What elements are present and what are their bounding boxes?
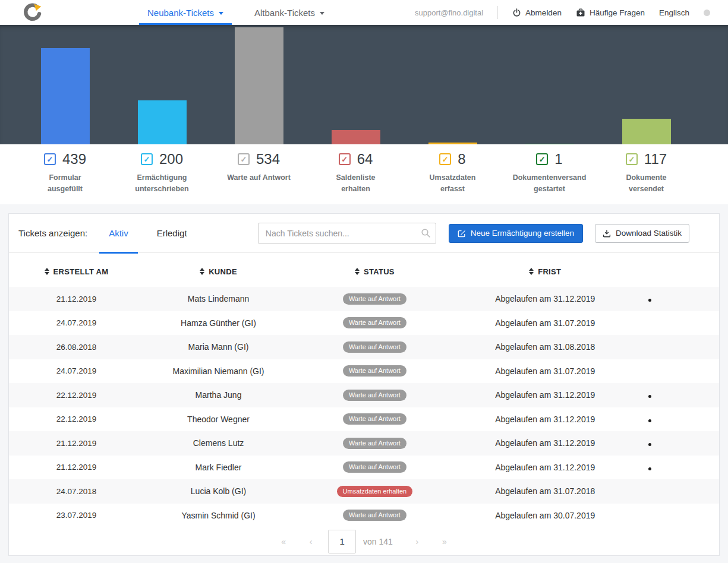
status-badge: Warte auf Antwort [343, 317, 406, 328]
frist-text: Abgelaufen am 31.07.2018 [456, 479, 634, 504]
created-date: 22.12.2019 [9, 383, 144, 407]
stat-label: Saldenlisteerhalten [336, 172, 376, 195]
created-date: 24.07.2019 [9, 311, 144, 336]
created-date: 24.07.2018 [9, 479, 144, 504]
faq-button[interactable]: Häufige Fragen [576, 8, 645, 17]
stat-value: 64 [357, 151, 373, 167]
frist-text: Abgelaufen am 30.07.2019 [456, 504, 634, 528]
tab-aktiv[interactable]: Aktiv [94, 214, 143, 253]
status-badge: Warte auf Antwort [343, 413, 406, 425]
created-date: 23.07.2019 [9, 504, 144, 528]
stat-checkbox-7[interactable]: ✓ [626, 153, 638, 165]
customer-name: Maria Mann (GI) [144, 335, 293, 359]
main-tabs: Neubank-Tickets Altbank-Tickets [132, 0, 340, 25]
sort-header-kunde[interactable]: KUNDE [200, 267, 237, 276]
status-badge: Warte auf Antwort [343, 390, 406, 401]
customer-name: Martha Jung [144, 383, 293, 407]
stat-value: 8 [458, 151, 465, 167]
faq-label: Häufige Fragen [590, 8, 645, 17]
stat-checkbox-5[interactable]: ✓ [439, 153, 451, 165]
sort-header-status[interactable]: STATUS [355, 267, 395, 276]
stat-cell-1: ✓439Formularausgefüllt [17, 150, 114, 195]
customer-name: Clemens Lutz [144, 431, 293, 456]
column-label: STATUS [364, 267, 395, 276]
status-dot [704, 10, 710, 16]
status-badge: Warte auf Antwort [343, 293, 406, 305]
sort-icon [355, 268, 360, 275]
stat-checkbox-2[interactable]: ✓ [141, 153, 153, 165]
sort-header-frist[interactable]: FRIST [529, 267, 561, 276]
download-statistics-button[interactable]: Download Statistik [595, 224, 689, 243]
tab-neubank-tickets[interactable]: Neubank-Tickets [139, 0, 232, 25]
language-button[interactable]: Englisch [659, 8, 689, 17]
ticket-search [258, 223, 436, 244]
table-row[interactable]: 24.07.2018Lucia Kolb (GI)Umsatzdaten erh… [9, 479, 719, 504]
stat-label: Formularausgefüllt [48, 172, 83, 195]
stat-checkbox-4[interactable]: ✓ [339, 153, 351, 165]
table-header-row: ERSTELLT AM KUNDE STATUS FRIST [9, 253, 719, 287]
language-label: Englisch [659, 8, 689, 17]
create-authorization-label: Neue Ermächtigung erstellen [471, 229, 574, 238]
status-badge: Warte auf Antwort [343, 365, 406, 377]
frist-text: Abgelaufen am 31.12.2019 [456, 383, 634, 407]
chart-bars [0, 25, 728, 144]
customer-name: Hamza Günther (GI) [144, 311, 293, 336]
pagination-current-page[interactable]: 1 [328, 530, 356, 553]
created-date: 22.12.2019 [9, 407, 144, 432]
table-row[interactable]: 21.12.2019Clemens LutzWarte auf AntwortA… [9, 431, 719, 456]
table-row[interactable]: 24.07.2019Maximilian Niemann (GI)Warte a… [9, 359, 719, 384]
bar-column [17, 25, 114, 144]
column-label: KUNDE [209, 267, 237, 276]
tab-erledigt[interactable]: Erledigt [143, 214, 201, 253]
column-label: FRIST [538, 267, 561, 276]
stat-checkbox-6[interactable]: ✓ [536, 153, 548, 165]
frist-text: Abgelaufen am 31.07.2019 [456, 311, 634, 336]
table-row[interactable]: 22.12.2019Martha JungWarte auf AntwortAb… [9, 383, 719, 407]
sort-icon [200, 268, 204, 275]
unread-indicator-dot [648, 395, 651, 398]
bar-column [404, 25, 501, 144]
customer-name: Mark Fiedler [144, 456, 293, 480]
bar-column [210, 25, 307, 144]
stat-checkbox-1[interactable]: ✓ [44, 153, 56, 165]
sort-header-erstellt-am[interactable]: ERSTELLT AM [45, 267, 109, 276]
tickets-card: Tickets anzeigen: Aktiv Erledigt [8, 213, 720, 556]
bar-column [307, 25, 404, 144]
bar-column [501, 25, 598, 144]
chevron-down-icon [219, 12, 223, 15]
table-row[interactable]: 22.12.2019Theodor WegnerWarte auf Antwor… [9, 407, 719, 432]
fino-logo-icon[interactable] [21, 0, 43, 25]
chevron-down-icon [320, 12, 324, 15]
stat-value: 534 [256, 151, 280, 167]
pagination-last-button[interactable]: » [431, 537, 458, 546]
logout-label: Abmelden [525, 8, 562, 17]
stat-cell-2: ✓200Ermächtigungunterschrieben [114, 150, 210, 195]
pagination: « ‹ 1 von 141 › » [9, 527, 719, 555]
search-input[interactable] [258, 223, 436, 244]
tab-erledigt-label: Erledigt [157, 228, 187, 238]
table-row[interactable]: 26.08.2018Maria Mann (GI)Warte auf Antwo… [9, 335, 719, 359]
table-row[interactable]: 21.12.2019Mats LindemannWarte auf Antwor… [9, 287, 719, 311]
pagination-next-button[interactable]: › [404, 537, 431, 546]
created-date: 24.07.2019 [9, 359, 144, 384]
customer-name: Mats Lindemann [144, 287, 293, 311]
table-row[interactable]: 24.07.2019Hamza Günther (GI)Warte auf An… [9, 311, 719, 336]
logout-button[interactable]: Abmelden [512, 8, 562, 17]
table-row[interactable]: 23.07.2019Yasmin Schmid (GI)Warte auf An… [9, 504, 719, 528]
status-badge: Warte auf Antwort [343, 438, 406, 449]
tab-altbank-tickets[interactable]: Altbank-Tickets [246, 0, 333, 25]
frist-text: Abgelaufen am 31.12.2019 [456, 456, 634, 480]
stat-cell-4: ✓64Saldenlisteerhalten [307, 150, 404, 195]
stat-checkbox-3[interactable]: ✓ [238, 153, 250, 165]
pagination-first-button[interactable]: « [270, 537, 297, 546]
pagination-prev-button[interactable]: ‹ [297, 537, 324, 546]
tickets-table: ERSTELLT AM KUNDE STATUS FRIST 21.12.201… [9, 253, 719, 527]
frist-text: Abgelaufen am 31.07.2019 [456, 359, 634, 384]
stat-value: 117 [644, 151, 667, 167]
frist-text: Abgelaufen am 31.12.2019 [456, 431, 634, 456]
navbar-right: support@fino.digital Abmelden Häufige Fr… [415, 0, 710, 25]
status-bar-chart [0, 25, 728, 144]
create-authorization-button[interactable]: Neue Ermächtigung erstellen [449, 224, 583, 243]
table-row[interactable]: 21.12.2019Mark FiedlerWarte auf AntwortA… [9, 456, 719, 480]
page: { "navbar": { "tabs": [ { "label": "Neub… [0, 0, 728, 563]
